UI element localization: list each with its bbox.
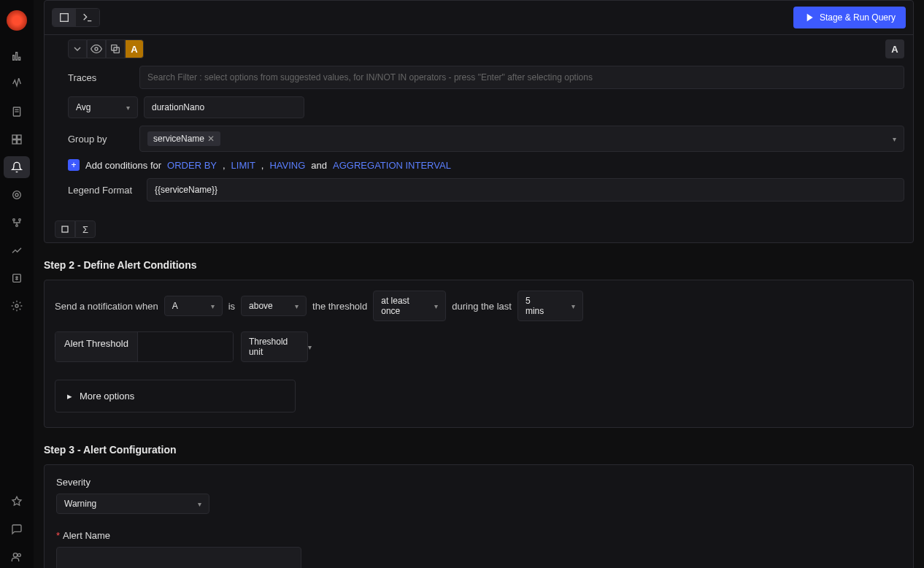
nav-chat-icon[interactable] bbox=[4, 518, 30, 540]
more-options-toggle[interactable]: ▸ More options bbox=[55, 380, 296, 412]
alert-threshold-input[interactable] bbox=[138, 332, 233, 361]
svg-point-17 bbox=[13, 553, 17, 557]
alert-threshold-box: Alert Threshold bbox=[55, 331, 234, 362]
query-right-badge[interactable]: A bbox=[885, 39, 904, 58]
alert-threshold-label: Alert Threshold bbox=[55, 332, 138, 361]
svg-rect-9 bbox=[18, 140, 21, 144]
agg-interval-link[interactable]: AGGREGATION INTERVAL bbox=[333, 160, 451, 171]
svg-point-18 bbox=[18, 553, 20, 556]
remove-tag-button[interactable]: ✕ bbox=[207, 134, 215, 144]
svg-point-12 bbox=[13, 219, 15, 221]
traces-label: Traces bbox=[68, 72, 134, 83]
svg-rect-1 bbox=[16, 53, 18, 61]
add-formula-button[interactable]: Σ bbox=[75, 220, 96, 238]
operator-select[interactable]: above▾ bbox=[241, 296, 307, 316]
svg-rect-8 bbox=[12, 140, 16, 144]
aggregation-metric-select[interactable]: durationNano bbox=[144, 96, 304, 118]
frequency-select[interactable]: at least once▾ bbox=[373, 291, 446, 321]
svg-point-11 bbox=[15, 193, 18, 196]
nav-billing-icon[interactable] bbox=[4, 267, 30, 289]
groupby-label: Group by bbox=[68, 134, 134, 145]
window-select[interactable]: 5 mins▾ bbox=[517, 291, 583, 321]
threshold-unit-select[interactable]: Threshold unit▾ bbox=[241, 331, 308, 362]
nav-dashboards-icon[interactable] bbox=[4, 128, 30, 150]
svg-rect-0 bbox=[13, 55, 15, 61]
having-link[interactable]: HAVING bbox=[269, 160, 305, 171]
svg-point-16 bbox=[15, 304, 18, 307]
alert-conditions-panel: Send a notification when A▾ is above▾ th… bbox=[44, 280, 914, 428]
query-left-rail bbox=[45, 35, 65, 216]
code-tab[interactable] bbox=[76, 9, 99, 26]
collapse-query-button[interactable] bbox=[68, 39, 87, 58]
toggle-visibility-button[interactable] bbox=[87, 39, 106, 58]
legend-format-input[interactable] bbox=[147, 178, 904, 202]
svg-rect-2 bbox=[19, 57, 20, 60]
groupby-tag: serviceName ✕ bbox=[147, 131, 220, 146]
svg-point-22 bbox=[95, 47, 98, 50]
chevron-right-icon: ▸ bbox=[67, 391, 72, 402]
builder-tab[interactable] bbox=[53, 9, 76, 26]
severity-label: Severity bbox=[56, 477, 901, 488]
nav-alerts-icon[interactable] bbox=[4, 156, 30, 178]
main-content: Stage & Run Query A A Traces bbox=[34, 0, 924, 568]
play-icon bbox=[804, 12, 815, 23]
chevron-down-icon: ▾ bbox=[893, 135, 896, 143]
step3-title: Step 3 - Alert Configuration bbox=[44, 444, 924, 456]
nav-users-icon[interactable] bbox=[4, 546, 30, 568]
app-logo[interactable] bbox=[7, 10, 27, 31]
svg-marker-21 bbox=[807, 14, 813, 22]
alert-config-panel: Severity Warning▾ *Alert Name Alert Desc… bbox=[44, 464, 914, 568]
svg-point-13 bbox=[19, 219, 21, 221]
step2-title: Step 2 - Define Alert Conditions bbox=[44, 259, 924, 271]
chevron-down-icon: ▾ bbox=[126, 104, 130, 112]
limit-link[interactable]: LIMIT bbox=[231, 160, 255, 171]
order-by-link[interactable]: ORDER BY bbox=[167, 160, 217, 171]
search-filter-input[interactable] bbox=[139, 66, 904, 89]
svg-rect-6 bbox=[12, 135, 16, 139]
nav-metrics-icon[interactable] bbox=[4, 45, 30, 67]
legend-format-label: Legend Format bbox=[68, 185, 141, 196]
nav-support-icon[interactable] bbox=[4, 491, 30, 513]
nav-logs-icon[interactable] bbox=[4, 101, 30, 123]
query-badge-a[interactable]: A bbox=[125, 39, 144, 58]
svg-point-14 bbox=[16, 225, 18, 227]
alert-name-input[interactable] bbox=[56, 547, 301, 568]
svg-point-10 bbox=[13, 191, 21, 199]
copy-query-button[interactable] bbox=[106, 39, 125, 58]
add-condition-button[interactable]: + bbox=[68, 159, 80, 171]
nav-settings-icon[interactable] bbox=[4, 295, 30, 317]
add-conditions-row: + Add conditions for ORDER BY, LIMIT, HA… bbox=[68, 159, 904, 171]
aggregation-func-select[interactable]: Avg▾ bbox=[68, 96, 138, 118]
nav-exceptions-icon[interactable] bbox=[4, 184, 30, 206]
query-panel: Stage & Run Query A A Traces bbox=[44, 0, 914, 243]
nav-usage-icon[interactable] bbox=[4, 239, 30, 261]
stage-run-button[interactable]: Stage & Run Query bbox=[793, 7, 906, 28]
sidebar bbox=[0, 0, 34, 568]
add-query-button[interactable] bbox=[55, 220, 75, 238]
send-notification-text: Send a notification when bbox=[55, 301, 158, 312]
metric-select[interactable]: A▾ bbox=[164, 296, 223, 316]
stage-run-label: Stage & Run Query bbox=[820, 12, 896, 23]
svg-rect-25 bbox=[62, 226, 68, 232]
severity-select[interactable]: Warning▾ bbox=[56, 494, 209, 514]
nav-servicemap-icon[interactable] bbox=[4, 212, 30, 234]
builder-mode-tabs bbox=[52, 8, 100, 27]
svg-rect-19 bbox=[61, 14, 69, 22]
groupby-select[interactable]: serviceName ✕ ▾ bbox=[139, 126, 904, 152]
nav-traces-icon[interactable] bbox=[4, 73, 30, 95]
svg-rect-7 bbox=[18, 135, 21, 139]
alert-name-label: *Alert Name bbox=[56, 530, 901, 541]
